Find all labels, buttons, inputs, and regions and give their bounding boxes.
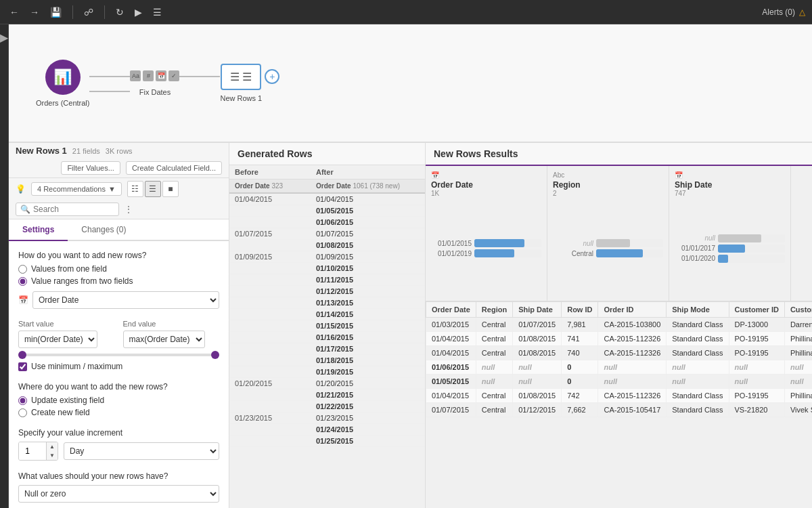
panel-meta-fields: 21 fields <box>72 147 100 155</box>
recommendations-button[interactable]: 4 Recommendations ▼ <box>31 182 122 196</box>
table-row: 01/04/201501/04/2015 <box>229 194 425 205</box>
add-step-button[interactable]: + <box>265 69 279 84</box>
ship-bar-label-2020: 01/01/2020 <box>675 255 715 262</box>
after-cell: 01/09/2015 <box>316 253 420 261</box>
table-row: 01/07/201501/07/2015 <box>229 228 425 240</box>
after-cell: 01/17/2015 <box>316 345 420 353</box>
region-bar-label-null: null <box>553 240 593 247</box>
detail-view-button[interactable]: ■ <box>162 181 179 197</box>
bar-fill-1 <box>474 239 524 247</box>
expand-icon[interactable]: ⋮ <box>125 205 133 214</box>
new-rows-values-dropdown[interactable]: Null or zero <box>18 485 219 503</box>
table-row: 01/14/2015 <box>229 309 425 320</box>
save-button[interactable]: 💾 <box>47 5 64 19</box>
end-value-label: End value <box>123 320 220 328</box>
end-value-col: End value max(Order Date) <box>123 320 220 348</box>
list-view-button[interactable]: ☰ <box>145 181 161 197</box>
forward-button[interactable]: → <box>27 5 42 19</box>
before-cell: 01/20/2015 <box>235 379 316 387</box>
increment-unit-dropdown[interactable]: Day Month Year <box>64 442 219 460</box>
use-min-max-checkbox[interactable]: Use minimum / maximum <box>18 362 219 371</box>
start-value-dropdown[interactable]: min(Order Date) <box>18 331 97 348</box>
new-rows-rect[interactable]: ☰ ☰ <box>221 64 261 90</box>
before-field-header: Order Date 323 <box>235 182 316 190</box>
spinner-down[interactable]: ▼ <box>47 451 58 460</box>
main-toolbar: ← → 💾 ☍ ↻ ▶ ☰ Alerts (0) △ <box>0 0 812 24</box>
after-cell: 01/20/2015 <box>316 379 420 387</box>
slider-left-thumb[interactable] <box>18 351 26 359</box>
before-cell: 01/23/2015 <box>235 414 316 422</box>
before-cell: 01/04/2015 <box>235 195 316 203</box>
fix-dates-label: Fix Dates <box>139 88 171 96</box>
field-selector: 📅 Order Date <box>18 291 219 309</box>
after-cell: 01/11/2015 <box>316 276 420 284</box>
option-update-field[interactable]: Update existing field <box>18 396 219 405</box>
flow-node-fix-dates[interactable]: Aa # 📅 ✓ Fix Dates <box>130 70 179 96</box>
where-label: Where do you want to add the new rows? <box>18 382 219 391</box>
panel-actions: Filter Values... Create Calculated Field… <box>61 161 222 175</box>
refresh-button[interactable]: ↻ <box>113 5 127 19</box>
flow-node-new-rows[interactable]: ☰ ☰ New Rows 1 <box>220 64 262 102</box>
search-box[interactable]: 🔍 <box>16 203 119 216</box>
layout-button[interactable]: ☍ <box>81 5 96 19</box>
tab-changes[interactable]: Changes (0) <box>68 219 139 241</box>
ship-bar-track-2017 <box>718 245 785 253</box>
table-row: 01/05/2015nullnull0nullnullnullnull <box>426 375 813 389</box>
card-count-ship-date: 747 <box>675 190 785 197</box>
option-create-field[interactable]: Create new field <box>18 408 219 417</box>
option-update-label: Update existing field <box>31 396 104 405</box>
create-calc-field-button[interactable]: Create Calculated Field... <box>126 161 222 175</box>
secondary-toolbar: 💡 4 Recommendations ▼ ☷ ☰ ■ 🔍 ⋮ <box>9 178 229 219</box>
toolbar-right: Alerts (0) △ <box>762 7 805 17</box>
view-icons: ☷ ☰ ■ <box>127 181 179 197</box>
after-cell: 01/18/2015 <box>316 356 420 364</box>
calendar-icon: 📅 <box>18 295 28 305</box>
options-button[interactable]: ☰ <box>150 5 164 19</box>
bar-label-2: 01/01/2019 <box>431 250 472 257</box>
spinner-up[interactable]: ▲ <box>47 442 58 451</box>
after-cell: 01/21/2015 <box>316 391 420 399</box>
ship-bar-fill-2017 <box>718 245 745 253</box>
field-dropdown[interactable]: Order Date <box>32 291 219 309</box>
data-table: Order Date Region Ship Date Row ID Order… <box>426 301 812 417</box>
generated-rows-field-header: Order Date 323 Order Date 1061 (738 new) <box>229 179 425 194</box>
profile-cards: 📅 Order Date 1K 01/01/2015 <box>426 166 812 301</box>
search-icon: 🔍 <box>20 205 30 214</box>
option-one-field[interactable]: Values from one field <box>18 264 219 274</box>
use-min-max-label: Use minimum / maximum <box>31 362 122 371</box>
generated-rows-panel: Generated Rows Before After <box>229 143 426 508</box>
fix-dates-icons: Aa # 📅 ✓ <box>130 70 179 81</box>
before-cell: 01/09/2015 <box>235 253 316 261</box>
data-table-wrap: Order Date Region Ship Date Row ID Order… <box>426 301 812 508</box>
col-order-date: Order Date <box>426 302 476 318</box>
end-value-dropdown[interactable]: max(Order Date) <box>123 331 205 348</box>
panel-toolbar: New Rows 1 21 fields 3K rows Filter Valu… <box>9 143 229 178</box>
orders-node-label: Orders (Central) <box>36 99 89 107</box>
filter-values-button[interactable]: Filter Values... <box>61 161 120 175</box>
search-input[interactable] <box>33 205 114 214</box>
connector-1 <box>89 76 130 77</box>
new-rows-values-label: What values should your new rows have? <box>18 471 219 481</box>
option-two-fields[interactable]: Value ranges from two fields <box>18 276 219 286</box>
increment-input[interactable] <box>19 442 46 460</box>
range-section: Start value min(Order Date) End value ma… <box>18 320 219 371</box>
data-table-head: Order Date Region Ship Date Row ID Order… <box>426 302 813 318</box>
bar-label-1: 01/01/2015 <box>431 240 472 247</box>
table-row: 01/05/2015 <box>229 205 425 217</box>
play-button[interactable]: ▶ <box>132 5 145 19</box>
slider-right-thumb[interactable] <box>211 351 219 359</box>
generated-rows-title: Generated Rows <box>229 143 425 165</box>
card-type-date-1: 📅 <box>431 171 541 179</box>
table-row: 01/04/2015Central01/08/2015741CA-2015-11… <box>426 332 813 346</box>
generated-rows-table-header: Before After <box>229 165 425 179</box>
ship-bar-row-2020: 01/01/2020 <box>675 255 785 263</box>
flow-node-orders[interactable]: 📊 Orders (Central) <box>36 60 89 107</box>
tab-settings[interactable]: Settings <box>9 219 68 241</box>
col-row-id: Row ID <box>562 302 598 318</box>
after-field-header: Order Date 1061 (738 new) <box>316 182 420 190</box>
back-button[interactable]: ← <box>7 5 22 19</box>
sidebar-expand-icon[interactable]: ▶ <box>0 31 8 44</box>
grid-view-button[interactable]: ☷ <box>127 181 143 197</box>
results-title: New Rows Results <box>426 143 812 166</box>
where-radio-group: Update existing field Create new field <box>18 396 219 417</box>
